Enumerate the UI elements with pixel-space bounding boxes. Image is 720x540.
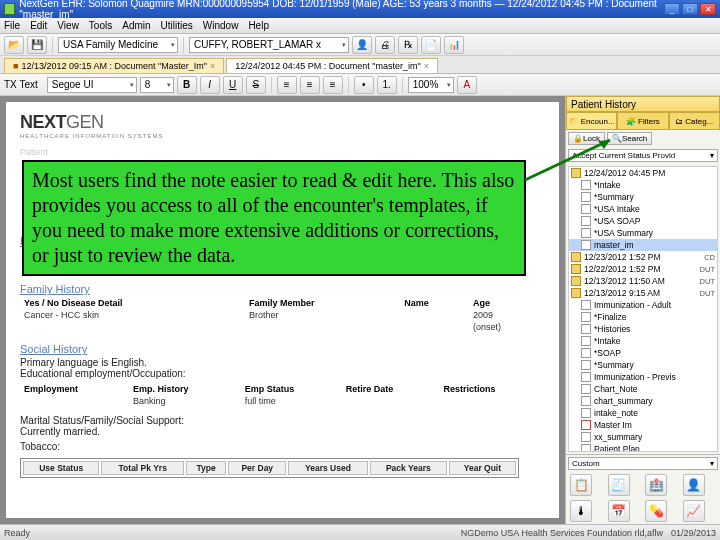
history-subitem[interactable]: Chart_Note [569, 383, 717, 395]
fontcolor-button[interactable]: A [457, 76, 477, 94]
panel-tab-encounters[interactable]: 📁Encoun... [566, 112, 617, 130]
underline-button[interactable]: U [223, 76, 243, 94]
history-subitem[interactable]: Patient Plan [569, 443, 717, 452]
menu-file[interactable]: File [4, 20, 20, 31]
status-date: 01/29/2013 [671, 528, 716, 538]
format-toolbar: TX Text Segoe UI 8 B I U S ≡ ≡ ≡ • 1. 10… [0, 74, 720, 96]
strike-button[interactable]: S [246, 76, 266, 94]
emp-table: EmploymentEmp. HistoryEmp StatusRetire D… [20, 383, 545, 407]
history-subitem[interactable]: chart_summary [569, 395, 717, 407]
history-subitem[interactable]: *Summary [569, 359, 717, 371]
sh-lang: Primary language is English. [20, 357, 545, 368]
history-subitem[interactable]: intake_note [569, 407, 717, 419]
panel-shortcut-icon[interactable]: 🧾 [608, 474, 630, 496]
marital-label: Marital Status/Family/Social Support: [20, 415, 545, 426]
zoom-combo[interactable]: 100% [408, 77, 454, 93]
align-right-button[interactable]: ≡ [323, 76, 343, 94]
close-icon[interactable]: × [424, 61, 429, 71]
tobacco-label: Tobacco: [20, 441, 545, 452]
history-tree[interactable]: 12/24/2012 04:45 PM*Intake*Summary*USA I… [568, 166, 718, 452]
logo: NEXTGEN [20, 112, 545, 133]
use-stats-table: Use StatusTotal Pk YrsTypePer DayYears U… [20, 458, 519, 478]
history-subitem[interactable]: *USA Summary [569, 227, 717, 239]
custom-dropdown[interactable]: Custom▾ [568, 457, 718, 470]
window-titlebar: NextGen EHR: Solomon Quagmire MRN:000000… [0, 0, 720, 18]
tool-open-icon[interactable]: 📂 [4, 36, 24, 54]
history-subitem[interactable]: *USA Intake [569, 203, 717, 215]
status-left: Ready [4, 528, 30, 538]
history-subitem[interactable]: *Summary [569, 191, 717, 203]
panel-title: Patient History [566, 96, 720, 112]
history-subitem[interactable]: *USA SOAP [569, 215, 717, 227]
history-subitem[interactable]: xx_summary [569, 431, 717, 443]
logo-subtitle: HEALTHCARE INFORMATION SYSTEMS [20, 133, 545, 139]
practice-combo[interactable]: USA Family Medicine [58, 37, 178, 53]
history-item[interactable]: 12/24/2012 04:45 PM [569, 167, 717, 179]
main-toolbar: 📂 💾 USA Family Medicine CUFFY, ROBERT_LA… [0, 34, 720, 56]
history-subitem[interactable]: *Intake [569, 179, 717, 191]
history-item[interactable]: 12/22/2012 1:52 PMDUT [569, 263, 717, 275]
history-subitem[interactable]: *SOAP [569, 347, 717, 359]
history-subitem[interactable]: Master Im [569, 419, 717, 431]
section-fh: Family History [20, 283, 545, 295]
close-icon[interactable]: × [210, 61, 215, 71]
fontsize-combo[interactable]: 8 [140, 77, 174, 93]
align-center-button[interactable]: ≡ [300, 76, 320, 94]
tool-save-icon[interactable]: 💾 [27, 36, 47, 54]
lock-button[interactable]: 🔒Lock [568, 132, 605, 145]
numbers-button[interactable]: 1. [377, 76, 397, 94]
menu-tools[interactable]: Tools [89, 20, 112, 31]
menu-utilities[interactable]: Utilities [161, 20, 193, 31]
menu-help[interactable]: Help [248, 20, 269, 31]
panel-shortcut-icon[interactable]: 📈 [683, 500, 705, 522]
panel-shortcut-icon[interactable]: 📅 [608, 500, 630, 522]
panel-tab-filters[interactable]: 🧩Filters [617, 112, 668, 130]
panel-shortcut-icon[interactable]: 📋 [570, 474, 592, 496]
menu-admin[interactable]: Admin [122, 20, 150, 31]
history-subitem[interactable]: master_im [569, 239, 717, 251]
tool-user-icon[interactable]: 👤 [352, 36, 372, 54]
tool-doc-icon[interactable]: 📄 [421, 36, 441, 54]
history-subitem[interactable]: *Finalize [569, 311, 717, 323]
menu-window[interactable]: Window [203, 20, 239, 31]
patient-combo[interactable]: CUFFY, ROBERT_LAMAR x [189, 37, 349, 53]
bold-button[interactable]: B [177, 76, 197, 94]
search-button[interactable]: 🔍Search [607, 132, 652, 145]
italic-button[interactable]: I [200, 76, 220, 94]
close-button[interactable]: ✕ [700, 3, 716, 15]
format-mode-label: TX Text [4, 79, 38, 90]
minimize-button[interactable]: _ [664, 3, 680, 15]
history-subitem[interactable]: Immunization - Adult [569, 299, 717, 311]
menu-edit[interactable]: Edit [30, 20, 47, 31]
instruction-callout: Most users find the note easier to read … [22, 160, 526, 276]
history-subitem[interactable]: *Histories [569, 323, 717, 335]
status-bar: Ready NGDemo USA Health Services Foundat… [0, 524, 720, 540]
menu-view[interactable]: View [57, 20, 79, 31]
document-tabs: ■12/13/2012 09:15 AM : Document "Master_… [0, 56, 720, 74]
maximize-button[interactable]: □ [682, 3, 698, 15]
align-left-button[interactable]: ≡ [277, 76, 297, 94]
marital-value: Currently married. [20, 426, 545, 437]
tool-rx-icon[interactable]: ℞ [398, 36, 418, 54]
panel-shortcut-icon[interactable]: 🏥 [645, 474, 667, 496]
bullets-button[interactable]: • [354, 76, 374, 94]
panel-shortcut-icon[interactable]: 👤 [683, 474, 705, 496]
section-sh: Social History [20, 343, 545, 355]
panel-shortcut-icon[interactable]: 💊 [645, 500, 667, 522]
history-item[interactable]: 12/13/2012 11:50 AMDUT [569, 275, 717, 287]
history-subitem[interactable]: Immunization - Previs [569, 371, 717, 383]
sh-emp-label: Educational employment/Occupation: [20, 368, 545, 379]
tool-print-icon[interactable]: 🖨 [375, 36, 395, 54]
status-right: NGDemo USA Health Services Foundation rl… [461, 528, 663, 538]
history-subitem[interactable]: *Intake [569, 335, 717, 347]
window-title: NextGen EHR: Solomon Quagmire MRN:000000… [19, 0, 664, 20]
panel-tab-categories[interactable]: 🗂Categ... [669, 112, 720, 130]
panel-shortcut-icon[interactable]: 🌡 [570, 500, 592, 522]
filter-dropdown[interactable]: Accept Current Status Provid▾ [568, 149, 718, 162]
history-item[interactable]: 12/13/2012 9:15 AMDUT [569, 287, 717, 299]
tool-chart-icon[interactable]: 📊 [444, 36, 464, 54]
font-combo[interactable]: Segoe UI [47, 77, 137, 93]
doc-tab-2[interactable]: 12/24/2012 04:45 PM : Document "master_i… [226, 58, 438, 73]
doc-tab-1[interactable]: ■12/13/2012 09:15 AM : Document "Master_… [4, 58, 224, 73]
history-item[interactable]: 12/23/2012 1:52 PMCD [569, 251, 717, 263]
